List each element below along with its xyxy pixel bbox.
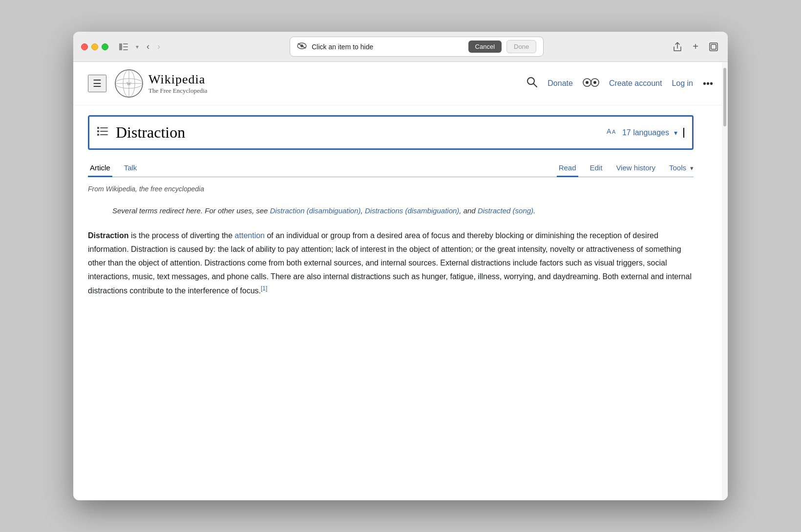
page-wrapper: ☰ W Wikipedia The Free Encyclop (73, 62, 728, 500)
svg-rect-0 (119, 43, 122, 50)
article-body: Distraction is the process of diverting … (88, 229, 694, 298)
svg-line-6 (298, 43, 306, 48)
article-body-text: of an individual or group from a desired… (88, 231, 692, 295)
create-account-link[interactable]: Create account (609, 79, 662, 88)
browser-titlebar: ▾ ‹ › Click an item to hide Cancel Done (73, 32, 728, 62)
close-button[interactable] (81, 43, 88, 50)
tab-read[interactable]: Read (557, 160, 578, 177)
wiki-subtitle: The Free Encyclopedia (148, 87, 208, 95)
reading-mode-button[interactable] (583, 78, 599, 90)
svg-text:A: A (607, 127, 611, 135)
address-bar-text: Click an item to hide (312, 43, 463, 51)
languages-count: 17 languages (622, 128, 669, 137)
wiki-header: ☰ W Wikipedia The Free Encyclop (73, 62, 728, 105)
wiki-title: Wikipedia (148, 72, 208, 87)
hatnote-link-disambiguation[interactable]: Distraction (disambiguation) (270, 206, 361, 215)
article-title-bar[interactable]: Distraction A A 17 languages ▾ (88, 115, 694, 150)
svg-rect-23 (100, 127, 108, 128)
article-intro-text: is the process of diverting the (131, 231, 235, 240)
hatnote-connector-2: , and (459, 206, 475, 215)
scrollbar-thumb[interactable] (723, 68, 726, 126)
ref-1-link[interactable]: [1] (261, 285, 267, 292)
chevron-down-icon: ▾ (674, 129, 677, 137)
article-source: From Wikipedia, the free encyclopedia (88, 185, 694, 193)
scrollbar-track (723, 64, 727, 498)
new-tab-button[interactable]: + (691, 39, 700, 54)
svg-rect-24 (97, 130, 99, 132)
svg-rect-1 (123, 43, 128, 44)
donate-link[interactable]: Donate (548, 79, 573, 88)
page-content: ☰ W Wikipedia The Free Encyclop (73, 62, 728, 315)
article-intro-paragraph: Distraction is the process of diverting … (88, 229, 694, 298)
sidebar-toggle-button[interactable] (117, 41, 130, 52)
svg-rect-2 (123, 46, 128, 47)
hatnote-link-distracted-song[interactable]: Distracted (song) (478, 206, 533, 215)
hamburger-menu-button[interactable]: ☰ (88, 75, 106, 92)
more-options-button[interactable]: ••• (703, 78, 713, 89)
address-bar[interactable]: Click an item to hide Cancel Done (290, 37, 544, 57)
minimize-button[interactable] (91, 43, 98, 50)
back-button[interactable]: ‹ (145, 40, 151, 54)
cursor (683, 128, 684, 138)
article-container: Distraction A A 17 languages ▾ (73, 105, 708, 315)
attention-link[interactable]: attention (235, 231, 265, 240)
article-title: Distraction (116, 123, 185, 142)
wiki-wordmark: Wikipedia The Free Encyclopedia (148, 72, 208, 95)
article-title-left: Distraction (97, 123, 185, 142)
toc-icon (97, 127, 108, 138)
tab-view-history[interactable]: View history (614, 160, 657, 177)
tab-article[interactable]: Article (88, 160, 112, 177)
hatnote-end: . (533, 206, 535, 215)
article-title-right[interactable]: A A 17 languages ▾ (607, 127, 684, 138)
hatnote-link-distractions[interactable]: Distractions (disambiguation) (365, 206, 459, 215)
article-tabs: Article Talk Read Edit View history Tool… (88, 160, 694, 177)
tab-right: Read Edit View history Tools ▾ (557, 160, 694, 177)
wikipedia-globe-icon: W (114, 69, 144, 98)
hatnote-text: Several terms redirect here. For other u… (112, 206, 268, 215)
article-bold-term: Distraction (88, 231, 129, 240)
browser-actions: + (671, 39, 720, 54)
address-bar-container: Click an item to hide Cancel Done (168, 37, 665, 57)
tab-tools[interactable]: Tools (667, 160, 688, 177)
login-link[interactable]: Log in (672, 79, 693, 88)
svg-line-17 (533, 83, 537, 87)
svg-rect-25 (100, 131, 108, 132)
maximize-button[interactable] (102, 43, 108, 50)
svg-rect-8 (711, 44, 716, 49)
forward-button[interactable]: › (155, 40, 162, 54)
search-button[interactable] (526, 76, 538, 91)
svg-rect-26 (97, 134, 99, 136)
svg-text:A: A (612, 129, 616, 135)
svg-rect-3 (123, 49, 128, 50)
wiki-header-actions: Donate Create account Log in ••• (526, 76, 713, 91)
svg-point-21 (593, 81, 596, 84)
hide-eye-icon (297, 42, 307, 51)
svg-rect-22 (97, 127, 99, 129)
cancel-button[interactable]: Cancel (468, 41, 502, 53)
article-hatnote: Several terms redirect here. For other u… (112, 205, 694, 217)
tools-tab[interactable]: Tools ▾ (667, 160, 694, 177)
chevron-down-icon[interactable]: ▾ (134, 41, 141, 52)
traffic-lights (81, 43, 108, 50)
tab-left: Article Talk (88, 160, 139, 177)
tab-edit[interactable]: Edit (588, 160, 605, 177)
tools-chevron-icon: ▾ (690, 164, 694, 172)
svg-text:W: W (126, 81, 131, 86)
tab-talk[interactable]: Talk (122, 160, 139, 177)
done-button[interactable]: Done (506, 40, 536, 53)
browser-controls: ▾ ‹ › (117, 40, 162, 54)
tabs-overview-button[interactable] (707, 41, 720, 53)
hatnote-connector-1: , (361, 206, 363, 215)
svg-rect-27 (100, 134, 108, 135)
share-icon[interactable] (671, 40, 684, 54)
translate-icon: A A (607, 127, 617, 138)
svg-point-19 (586, 81, 589, 84)
wiki-logo[interactable]: W Wikipedia The Free Encyclopedia (114, 69, 208, 98)
scrollbar[interactable] (722, 62, 728, 500)
